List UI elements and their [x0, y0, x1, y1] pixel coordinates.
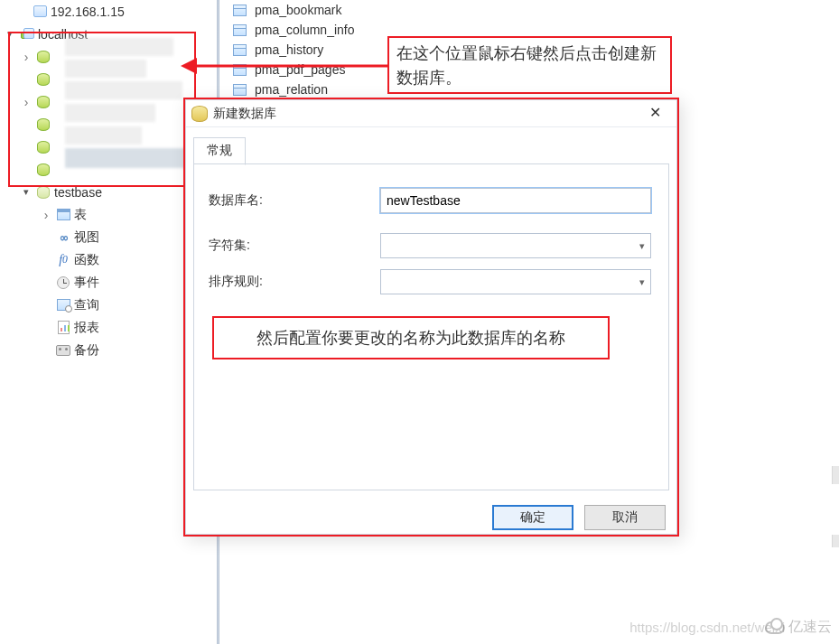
expand-closed-icon[interactable]	[20, 95, 33, 109]
table-icon	[231, 42, 247, 58]
table-icon	[231, 61, 247, 78]
table-icon	[231, 81, 247, 98]
expand-closed-icon[interactable]	[20, 50, 33, 64]
watermark-url: https://blog.csdn.net/weixi	[629, 620, 785, 635]
label-dbname: 数据库名:	[209, 192, 371, 209]
select-collation[interactable]: ▾	[380, 269, 651, 294]
views-icon: ∞	[55, 229, 71, 246]
tree-views-label: 视图	[74, 229, 99, 246]
expand-open-icon[interactable]	[20, 186, 33, 198]
table-icon	[231, 22, 247, 38]
expand-open-icon[interactable]	[4, 28, 16, 40]
database-gold-icon	[191, 106, 208, 122]
cancel-button[interactable]: 取消	[584, 505, 666, 530]
table-name: pma_history	[255, 42, 323, 57]
function-icon: f0	[55, 252, 71, 268]
annotation-dialog-highlight: 新建数据库 ✕ 常规 数据库名: 字符集: ▾ 排序规则: ▾	[183, 98, 679, 537]
annotation-callout-context-menu: 在这个位置鼠标右键然后点击创建新数据库。	[387, 36, 672, 94]
query-icon	[55, 297, 71, 313]
dialog-title: 新建数据库	[213, 106, 637, 122]
table-name: pma_pdf_pages	[255, 62, 345, 77]
table-name: pma_column_info	[255, 23, 355, 37]
chevron-down-icon: ▾	[639, 276, 645, 288]
tree-functions-label: 函数	[74, 252, 99, 268]
database-icon	[35, 94, 51, 110]
dialog-titlebar[interactable]: 新建数据库 ✕	[186, 100, 676, 127]
table-icon	[231, 2, 247, 18]
select-charset[interactable]: ▾	[380, 233, 651, 258]
tab-general[interactable]: 常规	[193, 137, 246, 165]
scrollbar-fragment[interactable]	[832, 535, 839, 547]
tree-reports-label: 报表	[74, 320, 99, 336]
input-dbname[interactable]	[380, 188, 651, 213]
chevron-down-icon: ▾	[639, 240, 645, 252]
annotation-callout-rename: 然后配置你要更改的名称为此数据库的名称	[212, 316, 610, 359]
dialog-tab-content: 数据库名: 字符集: ▾ 排序规则: ▾ 然后配置你要更改的名称为此数据库的名称	[193, 163, 669, 490]
dialog-tabstrip: 常规	[186, 127, 676, 163]
ok-button[interactable]: 确定	[492, 505, 573, 530]
new-database-dialog: 新建数据库 ✕ 常规 数据库名: 字符集: ▾ 排序规则: ▾	[185, 99, 677, 535]
label-charset: 字符集:	[209, 238, 371, 254]
connection-icon	[19, 26, 35, 42]
table-name: pma_bookmark	[255, 3, 342, 17]
tree-backup-label: 备份	[74, 342, 99, 359]
database-icon	[35, 117, 51, 133]
dialog-button-row: 确定 取消	[186, 499, 676, 539]
expand-closed-icon[interactable]	[40, 208, 52, 222]
tree-events-label: 事件	[74, 275, 99, 291]
database-icon	[35, 162, 51, 178]
watermark-logo: 亿速云	[765, 618, 832, 637]
report-icon	[55, 320, 71, 336]
server-icon	[32, 4, 48, 20]
database-icon	[35, 71, 51, 88]
database-icon	[35, 49, 51, 65]
tree-tables-label: 表	[74, 207, 87, 223]
tree-db-label: testbase	[54, 185, 102, 200]
tree-queries-label: 查询	[74, 297, 99, 313]
tree-server-node[interactable]: 192.168.1.15	[0, 0, 217, 23]
database-icon	[35, 139, 51, 155]
backup-icon	[55, 342, 71, 359]
annotation-text: 然后配置你要更改的名称为此数据库的名称	[256, 327, 565, 349]
annotation-text: 在这个位置鼠标右键然后点击创建新数据库。	[396, 44, 657, 87]
event-icon	[55, 275, 71, 291]
tables-icon	[55, 207, 71, 223]
tree-server-label: 192.168.1.15	[51, 5, 125, 19]
watermark-logo-text: 亿速云	[788, 618, 832, 637]
close-button[interactable]: ✕	[637, 103, 673, 125]
table-name: pma_relation	[255, 82, 328, 97]
table-row[interactable]: pma_bookmark	[224, 0, 838, 20]
label-collation: 排序规则:	[209, 274, 371, 290]
scrollbar-fragment[interactable]	[832, 466, 839, 484]
cloud-icon	[765, 621, 785, 634]
database-icon	[35, 184, 51, 201]
